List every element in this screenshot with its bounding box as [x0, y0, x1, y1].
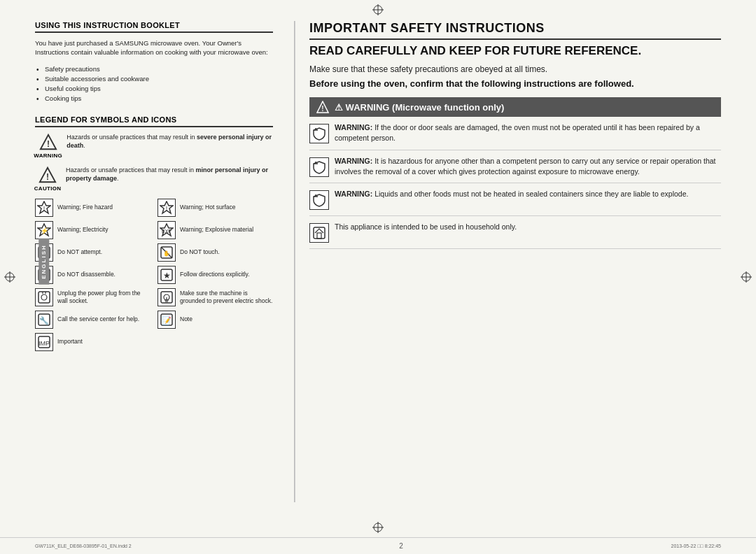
warning-label: WARNING: [34, 152, 62, 159]
important-icon: IMP: [35, 333, 53, 351]
warning-shield-icon-1: [309, 124, 329, 143]
warning-text-2: WARNING: It is hazardous for anyone othe…: [335, 156, 721, 177]
svg-point-34: [41, 294, 47, 300]
footer-right-text: 2013-05-22 □□ 8:22:45: [671, 544, 721, 548]
legend-warning-row: ! WARNING Hazards or unsafe practices th…: [35, 133, 273, 159]
caution-triangle-icon: !: [38, 166, 57, 184]
grounded-icon: [158, 288, 176, 306]
electricity-icon: ⚡: [35, 221, 53, 239]
hot-surface-icon: !: [158, 199, 176, 217]
no-attempt-label: Do NOT attempt.: [57, 248, 102, 256]
registration-mark-bottom: [372, 522, 384, 533]
svg-rect-57: [317, 233, 321, 239]
caution-legend-text: Hazards or unsafe practices that may res…: [66, 166, 273, 183]
warning-block-2: WARNING: It is hazardous for anyone othe…: [309, 150, 721, 183]
page-number: 2: [399, 542, 403, 550]
warning-block-3: WARNING: Liquids and other foods must no…: [309, 183, 721, 216]
unplug-icon: [35, 288, 53, 306]
caution-label: CAUTION: [34, 185, 62, 192]
icon-row-no-attempt: Do NOT attempt.: [35, 243, 150, 262]
follow-directions-icon: ★: [158, 266, 176, 284]
svg-text:!: !: [47, 139, 50, 149]
grounded-label: Make sure the machine is grounded to pre…: [180, 290, 273, 305]
follow-directions-label: Follow directions explicitly.: [180, 271, 250, 278]
sub-title: READ CAREFULLY AND KEEP FOR FUTURE REFER…: [309, 44, 721, 58]
registration-mark-left: [4, 271, 15, 283]
unplug-label: Unplug the power plug from the wall sock…: [57, 290, 150, 305]
service-label: Call the service center for help.: [57, 315, 139, 323]
caution-icon-col: ! CAUTION: [35, 166, 60, 192]
svg-text:🔧: 🔧: [39, 315, 49, 325]
main-title: IMPORTANT SAFETY INSTRUCTIONS: [309, 21, 721, 40]
svg-text:!: !: [46, 172, 49, 182]
intro-text: You have just purchased a SAMSUNG microw…: [35, 38, 273, 57]
no-touch-icon: ✋: [158, 243, 176, 262]
icon-row-note: 📝 Note: [158, 311, 273, 329]
no-touch-label: Do NOT touch.: [180, 248, 220, 256]
explosive-label: Warning; Explosive material: [180, 226, 253, 234]
bullet-item: Useful cooking tips: [35, 84, 273, 94]
icon-row-no-touch: ✋ Do NOT touch.: [158, 243, 273, 262]
bullet-list: Safety precautions Suitable accessories …: [35, 64, 273, 104]
svg-text:⚡: ⚡: [41, 227, 49, 235]
main-content: ENGLISH USING THIS INSTRUCTION BOOKLET Y…: [0, 0, 756, 537]
warning-shield-icon-2: [309, 157, 329, 177]
icon-row-fire: ! Warning; Fire hazard: [35, 199, 150, 217]
svg-text:★: ★: [163, 271, 171, 280]
household-icon: [309, 223, 329, 243]
icon-row-no-disassemble: Do NOT disassemble.: [35, 266, 150, 284]
svg-text:EXP: EXP: [162, 229, 172, 234]
fire-hazard-icon: !: [35, 199, 53, 217]
warning-legend-text: Hazards or unsafe practices that may res…: [66, 133, 273, 150]
icon-row-explosive: EXP Warning; Explosive material: [158, 221, 273, 239]
bullet-item: Safety precautions: [35, 64, 273, 74]
section2-heading: LEGEND FOR SYMBOLS AND ICONS: [35, 115, 273, 127]
footer-left-text: GW711K_ELE_DE68-03895F-01_EN.indd 2: [35, 544, 132, 548]
legend-caution-row: ! CAUTION Hazards or unsafe practices th…: [35, 166, 273, 192]
right-column: IMPORTANT SAFETY INSTRUCTIONS READ CAREF…: [295, 21, 721, 502]
icon-grid: ! Warning; Fire hazard ! Warning; Hot su…: [35, 199, 273, 351]
bullet-item: Suitable accessories and cookware: [35, 74, 273, 84]
svg-text:✋: ✋: [163, 250, 170, 257]
svg-text:IMP: IMP: [38, 340, 50, 347]
explosive-icon: EXP: [158, 221, 176, 239]
left-column: ENGLISH USING THIS INSTRUCTION BOOKLET Y…: [35, 21, 294, 502]
icon-row-important: IMP Important: [35, 333, 150, 351]
service-icon: 🔧: [35, 311, 53, 329]
section1-heading: USING THIS INSTRUCTION BOOKLET: [35, 21, 273, 33]
warning-text-1: WARNING: If the door or door seals are d…: [335, 122, 721, 143]
warning-icon-col: ! WARNING: [35, 133, 61, 159]
icon-row-elec: ⚡ Warning; Electricity: [35, 221, 150, 239]
svg-text:!: !: [166, 205, 168, 212]
warning-block-4: This appliance is intended to be used in…: [309, 216, 721, 249]
warning-banner: ! ⚠ WARNING (Microwave function only): [309, 97, 721, 117]
bullet-item: Cooking tips: [35, 94, 273, 104]
warning-shield-icon-3: [309, 190, 329, 210]
warning-banner-icon: !: [316, 101, 329, 113]
svg-text:📝: 📝: [162, 315, 172, 325]
icon-row-follow: ★ Follow directions explicitly.: [158, 266, 273, 284]
note-icon: 📝: [158, 311, 176, 329]
warning-block-1: WARNING: If the door or door seals are d…: [309, 117, 721, 150]
warning-text-3: WARNING: Liquids and other foods must no…: [335, 189, 688, 199]
no-disassemble-label: Do NOT disassemble.: [57, 271, 115, 278]
warning-triangle-icon: !: [39, 133, 57, 151]
footer: GW711K_ELE_DE68-03895F-01_EN.indd 2 2 20…: [0, 537, 756, 554]
svg-rect-33: [38, 292, 50, 303]
icon-row-service: 🔧 Call the service center for help.: [35, 311, 150, 329]
bold-para: Before using the oven, confirm that the …: [309, 78, 721, 90]
registration-mark-right: [741, 271, 752, 283]
icon-row-unplug: Unplug the power plug from the wall sock…: [35, 288, 150, 306]
registration-mark-top: [372, 4, 384, 15]
warning-text-4: This appliance is intended to be used in…: [335, 222, 517, 232]
svg-text:!: !: [43, 205, 46, 212]
legend-section: LEGEND FOR SYMBOLS AND ICONS ! WARNING H…: [35, 115, 273, 351]
english-label: ENGLISH: [38, 239, 49, 285]
svg-text:!: !: [321, 105, 323, 113]
hot-surface-label: Warning; Hot surface: [180, 204, 236, 211]
warning-banner-text: ⚠ WARNING (Microwave function only): [335, 102, 504, 113]
electricity-label: Warning; Electricity: [57, 226, 108, 234]
important-label: Important: [57, 338, 83, 346]
icon-row-grounded: Make sure the machine is grounded to pre…: [158, 288, 273, 306]
note-label: Note: [180, 315, 192, 323]
